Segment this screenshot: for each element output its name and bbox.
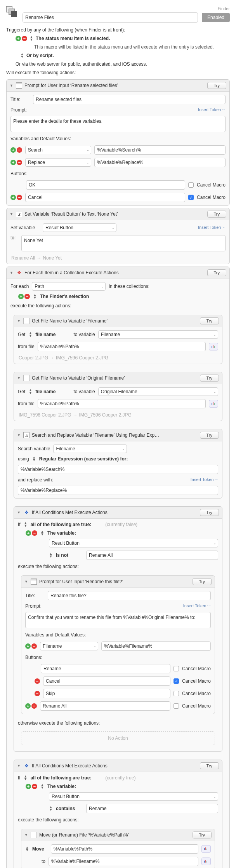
var-default-input[interactable] — [94, 158, 226, 167]
stepper-icon[interactable] — [20, 53, 24, 58]
cancel-macro-checkbox[interactable] — [188, 182, 194, 188]
choose-file-button[interactable] — [201, 858, 211, 865]
stepper-icon[interactable] — [30, 36, 33, 41]
try-button[interactable]: Try — [193, 831, 212, 838]
insert-token[interactable]: Insert Token — [191, 477, 218, 483]
insert-token[interactable]: Insert Token — [198, 225, 226, 230]
attr-label[interactable]: file name — [35, 389, 56, 394]
cancel-macro-checkbox[interactable] — [174, 678, 179, 684]
stepper-icon[interactable] — [28, 389, 32, 394]
stepper-icon[interactable] — [28, 332, 32, 337]
trigger-or-by-script[interactable]: Or by script. — [26, 53, 54, 58]
remove-button-icon[interactable]: − — [35, 691, 40, 696]
disclosure-icon[interactable]: ▼ — [17, 376, 21, 380]
insert-token[interactable]: Insert Token — [198, 107, 226, 113]
variable-select[interactable]: Result Button⌄ — [43, 223, 116, 232]
attr-label[interactable]: file name — [35, 332, 56, 337]
button-name-input[interactable] — [43, 689, 170, 698]
try-button[interactable]: Try — [200, 432, 219, 439]
stepper-icon[interactable] — [49, 806, 53, 811]
choose-file-button[interactable] — [209, 343, 218, 350]
try-button[interactable]: Try — [200, 317, 219, 324]
collection-name[interactable]: The Finder's selection — [40, 294, 89, 299]
var-default-input[interactable] — [101, 641, 211, 651]
cond-add-remove[interactable]: +− — [26, 784, 37, 789]
enabled-badge[interactable]: Enabled — [202, 13, 230, 22]
prompt-textarea[interactable]: Please enter the details for these varia… — [10, 116, 226, 132]
stepper-icon[interactable] — [33, 294, 37, 299]
button-add-remove[interactable]: +− — [10, 195, 22, 200]
try-button[interactable]: Try — [193, 578, 212, 585]
disclosure-icon[interactable]: ▼ — [17, 319, 21, 323]
using-mode[interactable]: Regular Expression (case sensitive) for: — [39, 456, 128, 462]
cond-value-input[interactable] — [86, 551, 218, 560]
cancel-macro-checkbox[interactable] — [188, 195, 194, 200]
cancel-macro-checkbox[interactable] — [174, 666, 179, 671]
dst-path-input[interactable] — [49, 857, 198, 866]
disclosure-icon[interactable]: ▼ — [17, 511, 21, 514]
choose-file-button[interactable] — [209, 400, 218, 408]
var-name-select[interactable]: Filename⌄ — [40, 642, 98, 650]
remove-button-icon[interactable]: − — [35, 678, 40, 684]
try-button[interactable]: Try — [207, 211, 226, 218]
disclosure-icon[interactable]: ▼ — [10, 271, 14, 275]
stepper-icon[interactable] — [49, 553, 53, 558]
cond-add-remove[interactable]: +− — [26, 530, 37, 536]
button-name-input[interactable] — [43, 676, 170, 686]
variable-select[interactable]: Original Filename⌄ — [98, 387, 218, 396]
loop-var-select[interactable]: Path⌄ — [32, 282, 106, 291]
stepper-icon[interactable] — [32, 456, 36, 462]
button-name-input[interactable] — [40, 701, 170, 711]
macro-name-input[interactable] — [23, 12, 198, 23]
var-name-select[interactable]: Replace⌄ — [25, 158, 91, 167]
if-mode[interactable]: all of the following are true: — [31, 522, 92, 527]
file-path-input[interactable] — [38, 342, 206, 351]
cond-operator[interactable]: contains — [56, 806, 83, 811]
stepper-icon[interactable] — [24, 775, 28, 781]
try-button[interactable]: Try — [207, 269, 226, 276]
disclosure-icon[interactable]: ▼ — [17, 764, 21, 768]
cond-operator[interactable]: is not — [56, 553, 83, 558]
stepper-icon[interactable] — [40, 784, 44, 789]
try-button[interactable]: Try — [207, 82, 226, 89]
src-path-input[interactable] — [51, 844, 198, 854]
collection-add-remove[interactable]: +− — [18, 294, 30, 299]
button-name-input[interactable] — [26, 180, 185, 190]
button-name-input[interactable] — [25, 193, 185, 202]
var-name-select[interactable]: Search⌄ — [25, 146, 91, 154]
disclosure-icon[interactable]: ▼ — [24, 580, 28, 584]
try-button[interactable]: Try — [200, 375, 219, 382]
button-name-input[interactable] — [41, 664, 170, 673]
var-default-input[interactable] — [94, 145, 226, 155]
title-input[interactable] — [48, 591, 211, 600]
replace-with-input[interactable] — [18, 486, 218, 495]
cond-variable-select[interactable]: Result Button⌄ — [49, 539, 218, 547]
if-mode[interactable]: all of the following are true: — [31, 775, 92, 781]
no-action-placeholder[interactable]: No Action — [21, 731, 215, 745]
try-button[interactable]: Try — [200, 509, 219, 516]
try-button[interactable]: Try — [200, 762, 219, 769]
cond-variable-select[interactable]: Result Button⌄ — [49, 792, 218, 801]
cond-value-input[interactable] — [86, 804, 218, 813]
variable-select[interactable]: Filename⌄ — [53, 444, 127, 453]
disclosure-icon[interactable]: ▼ — [10, 84, 14, 87]
trigger-add-remove[interactable]: +− — [16, 36, 27, 41]
trigger-status-menu[interactable]: The status menu item is selected. — [36, 36, 110, 41]
search-for-input[interactable] — [18, 465, 218, 474]
stepper-icon[interactable] — [24, 522, 28, 527]
var-add-remove[interactable]: +− — [10, 147, 22, 153]
insert-token[interactable]: Insert Token — [183, 603, 211, 609]
variable-select[interactable]: Filename⌄ — [98, 330, 218, 339]
file-path-input[interactable] — [38, 399, 206, 408]
the-variable-label[interactable]: The variable: — [47, 530, 76, 536]
stepper-icon[interactable] — [25, 846, 29, 852]
cancel-macro-checkbox[interactable] — [174, 703, 179, 709]
var-add-remove[interactable]: +− — [10, 160, 22, 165]
button-add-remove[interactable]: +− — [25, 703, 37, 709]
disclosure-icon[interactable]: ▼ — [10, 212, 14, 216]
the-variable-label[interactable]: The variable: — [47, 784, 76, 789]
title-input[interactable] — [33, 95, 226, 104]
var-add-remove[interactable]: +− — [25, 643, 37, 649]
value-textarea[interactable]: None Yet — [21, 235, 226, 251]
disclosure-icon[interactable]: ▼ — [24, 833, 28, 837]
